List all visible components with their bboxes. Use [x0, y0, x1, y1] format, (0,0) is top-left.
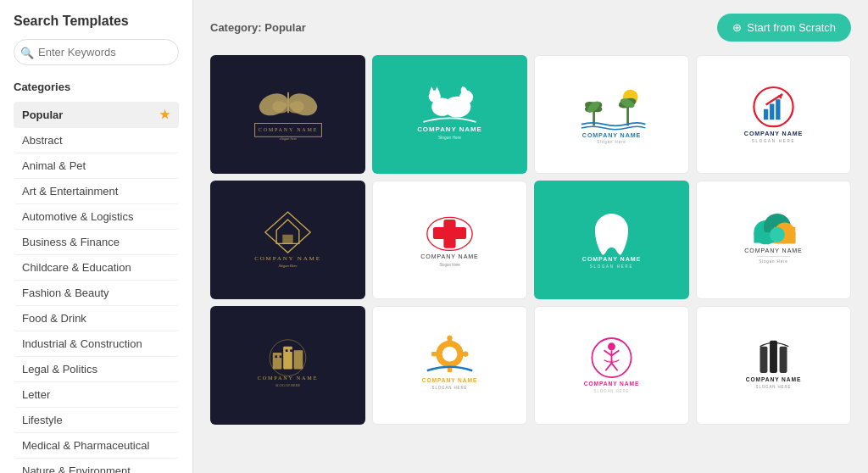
svg-rect-56 — [273, 353, 282, 370]
svg-text:COMPANY NAME: COMPANY NAME — [582, 132, 641, 139]
main-content: Category: Popular ⊕ Start from Scratch — [193, 0, 868, 473]
svg-text:SLOGAN HERE: SLOGAN HERE — [275, 383, 301, 387]
sidebar-item-industrial-construction[interactable]: Industrial & Construction — [14, 331, 179, 357]
category-item-label: Fashion & Beauty — [22, 287, 109, 299]
svg-text:COMPANY NAME: COMPANY NAME — [417, 125, 482, 133]
sidebar-item-medical-pharmaceutical[interactable]: Medical & Pharmaceutical — [14, 433, 179, 459]
logo-card-6[interactable]: COMPANY NAME Slogan Here — [372, 181, 527, 299]
category-item-label: Legal & Politics — [22, 363, 97, 376]
svg-marker-14 — [435, 86, 440, 92]
category-item-label: Childcare & Education — [22, 261, 131, 274]
svg-text:Slogan Here: Slogan Here — [597, 140, 626, 144]
svg-text:SLOGAN HERE: SLOGAN HERE — [756, 385, 792, 389]
svg-text:COMPANY NAME: COMPANY NAME — [744, 248, 802, 254]
search-input[interactable] — [14, 39, 179, 65]
category-item-label: Business & Finance — [22, 236, 120, 248]
svg-point-76 — [608, 342, 615, 350]
svg-text:SLOGAN HERE: SLOGAN HERE — [590, 264, 634, 269]
svg-marker-34 — [265, 212, 310, 253]
search-wrapper: 🔍 — [14, 39, 179, 65]
svg-rect-61 — [286, 349, 288, 352]
svg-text:Slogan Here: Slogan Here — [438, 136, 461, 140]
svg-rect-36 — [282, 235, 292, 244]
category-name: Popular — [264, 21, 305, 34]
category-item-label: Popular — [22, 109, 63, 121]
svg-text:COMPANY NAME: COMPANY NAME — [258, 127, 317, 132]
svg-rect-81 — [780, 347, 787, 373]
category-item-label: Art & Entertainment — [22, 185, 118, 198]
svg-point-51 — [770, 227, 785, 242]
svg-text:COMPANY NAME: COMPANY NAME — [254, 255, 321, 262]
svg-text:COMPANY NAME: COMPANY NAME — [746, 376, 802, 382]
svg-rect-29 — [770, 104, 774, 120]
sidebar-item-legal-politics[interactable]: Legal & Politics — [14, 357, 179, 382]
category-item-label: Lifestyle — [22, 414, 63, 426]
logo-card-2[interactable]: COMPANY NAME Slogan Here — [372, 55, 527, 174]
category-item-label: Automotive & Logistics — [22, 210, 134, 223]
svg-text:Slogan Here: Slogan Here — [439, 263, 460, 267]
sidebar-item-childcare-education[interactable]: Childcare & Education — [14, 255, 179, 281]
svg-text:SLOGAN HERE: SLOGAN HERE — [752, 139, 796, 143]
start-from-scratch-button[interactable]: ⊕ Start from Scratch — [717, 14, 851, 42]
svg-rect-4 — [287, 92, 289, 114]
logo-card-4[interactable]: COMPANY NAME SLOGAN HERE — [696, 55, 851, 174]
logo-card-12[interactable]: COMPANY NAME SLOGAN HERE — [696, 306, 851, 425]
svg-text:Slogan Here: Slogan Here — [759, 259, 787, 264]
search-icon: 🔍 — [20, 46, 34, 58]
svg-marker-13 — [430, 86, 435, 92]
sidebar-item-nature-environment[interactable]: Nature & Environment — [14, 459, 179, 473]
sidebar-item-fashion-beauty[interactable]: Fashion & Beauty — [14, 281, 179, 306]
category-prefix: Category: — [210, 21, 262, 34]
logo-card-9[interactable]: COMPANY NAME SLOGAN HERE — [210, 306, 365, 425]
sidebar-item-food-drink[interactable]: Food & Drink — [14, 306, 179, 331]
svg-text:COMPANY NAME: COMPANY NAME — [258, 375, 319, 381]
svg-rect-58 — [294, 350, 303, 369]
sidebar-title: Search Templates — [14, 14, 179, 29]
logo-card-10[interactable]: COMPANY NAME SLOGAN HERE — [372, 306, 527, 425]
category-item-label: Nature & Environment — [22, 465, 131, 473]
category-item-label: Medical & Pharmaceutical — [22, 439, 149, 452]
main-header: Category: Popular ⊕ Start from Scratch — [210, 14, 851, 42]
svg-text:SLOGAN HERE: SLOGAN HERE — [432, 386, 468, 390]
svg-rect-30 — [776, 99, 780, 120]
svg-text:Slogan Here: Slogan Here — [278, 264, 297, 268]
sidebar-item-automotive-logistics[interactable]: Automotive & Logistics — [14, 204, 179, 230]
sidebar-item-popular[interactable]: Popular★ — [14, 102, 179, 128]
svg-rect-80 — [770, 341, 777, 373]
logo-card-7[interactable]: COMPANY NAME SLOGAN HERE — [534, 181, 689, 299]
category-item-label: Letter — [22, 388, 50, 401]
sidebar-item-animal-pet[interactable]: Animal & Pet — [14, 153, 179, 179]
svg-text:COMPANY NAME: COMPANY NAME — [420, 253, 478, 260]
categories-list: Popular★AbstractAnimal & PetArt & Entert… — [14, 102, 179, 473]
categories-label: Categories — [14, 81, 179, 93]
sidebar: Search Templates 🔍 Categories Popular★Ab… — [0, 0, 193, 473]
svg-text:COMPANY NAME: COMPANY NAME — [744, 131, 803, 137]
category-item-label: Industrial & Construction — [22, 337, 142, 350]
star-icon: ★ — [159, 108, 170, 121]
svg-text:COMPANY NAME: COMPANY NAME — [582, 256, 641, 263]
sidebar-item-business-finance[interactable]: Business & Finance — [14, 230, 179, 255]
svg-text:SLOGAN HERE: SLOGAN HERE — [594, 389, 630, 393]
logo-grid: COMPANY NAME slogan here — [210, 55, 851, 425]
svg-point-66 — [442, 347, 458, 362]
logo-card-1[interactable]: COMPANY NAME slogan here — [210, 55, 365, 174]
svg-rect-62 — [290, 349, 292, 352]
sidebar-item-abstract[interactable]: Abstract — [14, 128, 179, 153]
svg-rect-69 — [431, 352, 437, 356]
logo-card-11[interactable]: COMPANY NAME SLOGAN HERE — [534, 306, 689, 425]
svg-text:COMPANY NAME: COMPANY NAME — [584, 381, 640, 387]
category-item-label: Animal & Pet — [22, 159, 86, 172]
svg-rect-79 — [760, 347, 768, 373]
plus-circle-icon: ⊕ — [732, 21, 742, 34]
logo-card-5[interactable]: COMPANY NAME Slogan Here — [210, 181, 365, 299]
sidebar-item-letter[interactable]: Letter — [14, 382, 179, 408]
sidebar-item-art-entertainment[interactable]: Art & Entertainment — [14, 179, 179, 204]
logo-card-3[interactable]: COMPANY NAME Slogan Here — [534, 55, 689, 174]
category-item-label: Food & Drink — [22, 312, 86, 325]
svg-rect-60 — [280, 355, 282, 358]
category-label: Category: Popular — [210, 21, 306, 34]
logo-card-8[interactable]: COMPANY NAME Slogan Here — [696, 181, 851, 299]
start-scratch-label: Start from Scratch — [747, 21, 836, 34]
svg-rect-40 — [433, 227, 466, 239]
sidebar-item-lifestyle[interactable]: Lifestyle — [14, 408, 179, 433]
